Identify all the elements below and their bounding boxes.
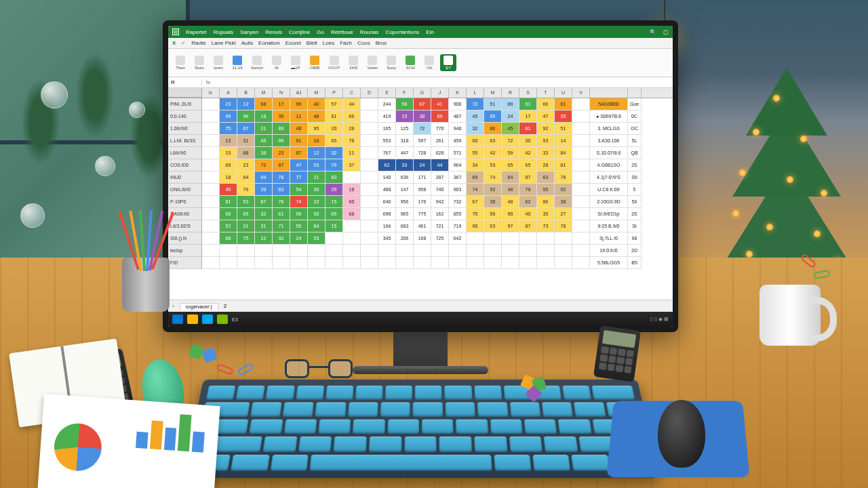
row-header[interactable]: L84//90 <box>168 147 202 159</box>
cell[interactable] <box>202 110 220 123</box>
cell[interactable]: 72 <box>467 98 484 110</box>
cell[interactable]: 488 <box>378 184 396 196</box>
cell[interactable] <box>202 147 220 159</box>
cell[interactable] <box>572 196 590 208</box>
cell[interactable]: 74 <box>484 171 502 184</box>
cell[interactable] <box>361 257 378 269</box>
menu-item[interactable]: Sanyen <box>240 29 258 35</box>
cell[interactable]: 40 <box>519 208 537 220</box>
cell-total[interactable]: 5AG0B60 <box>590 98 628 110</box>
cell[interactable] <box>414 257 431 269</box>
cell[interactable]: 35 <box>273 110 290 123</box>
cell[interactable]: 51 <box>484 98 502 110</box>
cell[interactable]: 68 <box>255 98 273 110</box>
cell[interactable]: 487 <box>449 110 467 123</box>
cell[interactable]: 93 <box>537 135 555 147</box>
cell-total[interactable]: S.10.07/8.6 <box>590 147 628 159</box>
sheet-nav-icon[interactable]: ◦ <box>172 303 174 309</box>
cell[interactable] <box>572 123 590 135</box>
cell[interactable]: 64 <box>237 171 255 184</box>
cell[interactable]: 30 <box>519 135 537 147</box>
cell[interactable]: 53 <box>308 232 326 245</box>
cell-total[interactable]: 3. MCLGS <box>590 123 628 135</box>
cell[interactable]: 42 <box>519 147 537 159</box>
cell[interactable] <box>326 257 343 269</box>
submenu-item[interactable]: Eonation <box>258 40 280 46</box>
cell[interactable] <box>361 98 378 110</box>
cell[interactable]: 48 <box>308 110 326 123</box>
row-header[interactable]: L.LNI. Bi/3S <box>168 135 202 147</box>
cell[interactable]: 719 <box>449 220 467 232</box>
cell[interactable]: 2S <box>628 208 642 220</box>
menu-item[interactable]: Ein <box>426 29 434 35</box>
cell[interactable]: 61 <box>555 98 572 110</box>
cell[interactable] <box>361 196 378 208</box>
cell[interactable]: 636 <box>396 171 414 184</box>
cell[interactable] <box>484 245 502 257</box>
cell[interactable]: 81 <box>326 110 343 123</box>
cell[interactable]: 5L <box>628 135 642 147</box>
ribbon-button[interactable]: Then <box>172 54 189 71</box>
cell[interactable]: 55 <box>537 184 555 196</box>
cell[interactable]: 23 <box>220 98 237 110</box>
ribbon-button[interactable]: OBIB <box>307 54 323 71</box>
cell[interactable]: 67 <box>467 196 484 208</box>
cell[interactable]: 125 <box>396 123 414 135</box>
cell[interactable]: 29 <box>326 184 343 196</box>
ribbon-button[interactable]: IA <box>269 54 285 71</box>
cell[interactable]: 72 <box>502 135 519 147</box>
cell[interactable]: 17 <box>273 98 290 110</box>
cell[interactable]: 78 <box>555 220 572 232</box>
cell[interactable]: 24 <box>414 159 431 171</box>
cell[interactable]: 55 <box>467 147 484 159</box>
menu-item[interactable]: Retrttoue <box>331 29 353 35</box>
cell[interactable] <box>343 171 361 184</box>
cell[interactable]: 36 <box>308 184 326 196</box>
cell[interactable]: 32 <box>255 208 273 220</box>
cell[interactable]: 70 <box>467 208 484 220</box>
ribbon-button[interactable]: OCOT <box>326 54 342 71</box>
cell[interactable]: 47 <box>290 159 308 171</box>
search-icon[interactable]: 🔍 <box>650 29 656 35</box>
cell[interactable]: 84 <box>308 220 326 232</box>
cell[interactable]: 48 <box>502 196 519 208</box>
cell[interactable]: 28 <box>343 123 361 135</box>
cell[interactable]: 38 <box>414 110 431 123</box>
cell[interactable]: 12 <box>237 98 255 110</box>
cell[interactable]: 97 <box>502 220 519 232</box>
cell[interactable]: 87 <box>255 196 273 208</box>
cell[interactable]: 60 <box>343 196 361 208</box>
cell[interactable]: 57 <box>326 98 343 110</box>
cell[interactable]: 23 <box>273 147 290 159</box>
ribbon-button[interactable]: EY <box>440 54 456 71</box>
cell[interactable]: SI <box>628 220 642 232</box>
cell[interactable]: 84 <box>555 147 572 159</box>
cell[interactable]: 18 <box>220 171 237 184</box>
cell[interactable]: 44 <box>343 98 361 110</box>
cell[interactable]: 90 <box>502 208 519 220</box>
cell[interactable]: 24 <box>502 110 519 123</box>
cell[interactable]: 89 <box>273 123 290 135</box>
cell[interactable]: 75 <box>220 123 237 135</box>
cell[interactable] <box>572 184 590 196</box>
menu-item[interactable]: Rapertet <box>186 29 207 35</box>
cell[interactable] <box>572 257 590 269</box>
cell[interactable]: 20 <box>326 123 343 135</box>
cell[interactable]: 2D <box>628 245 642 257</box>
cell[interactable]: 345 <box>378 232 396 245</box>
submenu-item[interactable]: Eoond <box>285 40 301 46</box>
cell-total[interactable]: 2.10GS.9D <box>590 196 628 208</box>
cell[interactable] <box>502 232 519 245</box>
os-taskbar[interactable]: E3 ▯ ▯ ◉ ▤ <box>168 312 673 327</box>
cell-total[interactable]: 9:25 B.9/0 <box>590 220 628 232</box>
cell[interactable]: 948 <box>449 123 467 135</box>
cell-total[interactable]: 19:0.K/0 <box>590 245 628 257</box>
cell[interactable] <box>467 245 484 257</box>
cell[interactable]: 73 <box>537 220 555 232</box>
cell[interactable]: 31 <box>255 220 273 232</box>
cell[interactable]: 770 <box>431 123 449 135</box>
cell[interactable]: OC <box>628 123 642 135</box>
cell[interactable] <box>255 245 273 257</box>
cell[interactable]: 59 <box>502 147 519 159</box>
cell[interactable] <box>326 232 343 245</box>
